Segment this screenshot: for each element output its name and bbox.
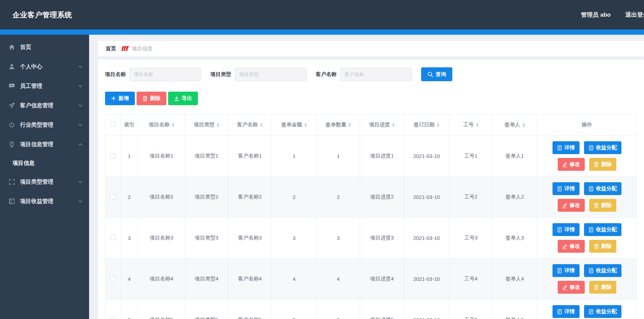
detail-row-button[interactable]: 详情 <box>552 305 580 318</box>
sort-icon[interactable] <box>217 123 219 127</box>
row-button-label: 删除 <box>601 161 612 168</box>
column-header-type[interactable]: 项目类型 <box>185 114 228 136</box>
column-label: 项目进度 <box>369 121 390 128</box>
profit-row-button[interactable]: 收益分配 <box>584 264 621 277</box>
sidebar-item-客户信息管理[interactable]: 客户信息管理 <box>0 96 89 115</box>
column-header-name[interactable]: 项目名称 <box>138 114 185 136</box>
sort-icon[interactable] <box>476 123 479 127</box>
cell-customer: 客户名称1 <box>228 136 272 177</box>
sidebar-item-首页[interactable]: 首页 <box>0 37 89 57</box>
profit-row-button[interactable]: 收益分配 <box>584 223 621 236</box>
sidebar-item-行业类型管理[interactable]: 行业类型管理 <box>0 115 89 135</box>
sort-icon[interactable] <box>260 123 263 127</box>
row-checkbox[interactable] <box>110 235 115 240</box>
document-icon <box>557 145 562 151</box>
cell-type: 项目类型1 <box>185 136 228 177</box>
column-header-worker[interactable]: 工号 <box>449 114 493 136</box>
edit-icon <box>562 203 567 208</box>
table-row: 5项目名称5项目类型5客户名称555项目进度52021-03-10工号5签单人5… <box>105 300 637 319</box>
cell-signer: 签单人2 <box>493 177 537 218</box>
sort-icon[interactable] <box>348 123 351 127</box>
trash-icon <box>142 96 148 101</box>
logout-link[interactable]: 退出登录 <box>625 11 644 19</box>
profit-row-button[interactable]: 收益分配 <box>584 141 621 154</box>
sidebar-item-项目类型管理[interactable]: 项目类型管理 <box>0 172 89 192</box>
data-table-wrap: 索引项目名称项目类型客户名称签单金额签单数量项目进度签订日期工号签单人操作1项目… <box>105 114 637 319</box>
header-accent-bar <box>0 30 644 35</box>
sort-icon[interactable] <box>522 123 525 127</box>
admin-user-link[interactable]: 管理员 abo <box>581 11 611 19</box>
row-checkbox[interactable] <box>110 317 115 319</box>
sidebar-item-个人中心[interactable]: 个人中心 <box>0 57 89 76</box>
add-button[interactable]: 新增 <box>105 92 135 105</box>
delete-row-button[interactable]: 删除 <box>589 281 616 294</box>
sort-icon[interactable] <box>437 123 440 127</box>
edit-row-button[interactable]: 修改 <box>558 158 585 171</box>
table-row: 2项目名称2项目类型2客户名称222项目进度22021-03-10工号2签单人2… <box>105 177 637 218</box>
search-button[interactable]: 查询 <box>421 67 452 81</box>
profit-row-button[interactable]: 收益分配 <box>584 182 621 195</box>
row-checkbox[interactable] <box>110 153 115 158</box>
breadcrumb-home-link[interactable]: 首页 <box>106 45 116 52</box>
sort-icon[interactable] <box>172 123 174 127</box>
chevron-down-icon <box>78 103 83 108</box>
column-header-signer[interactable]: 签单人 <box>493 114 537 136</box>
column-label: 签单数量 <box>325 121 346 128</box>
delete-row-button[interactable]: 删除 <box>589 240 616 253</box>
cell-signer: 签单人5 <box>493 300 537 319</box>
column-header-progress[interactable]: 项目进度 <box>360 114 404 136</box>
delete-button-label: 删除 <box>150 95 160 102</box>
search-input-name[interactable] <box>129 68 201 81</box>
sidebar-item-label: 项目类型管理 <box>20 178 53 186</box>
download-icon <box>174 96 179 101</box>
column-label: 项目类型 <box>194 121 215 128</box>
sidebar-item-员工管理[interactable]: 员工管理 <box>0 76 89 96</box>
sort-icon[interactable] <box>392 123 395 127</box>
row-button-label: 收益分配 <box>596 185 617 192</box>
detail-row-button[interactable]: 详情 <box>552 223 580 236</box>
toolbar: 新增 删除 导出 <box>105 92 637 105</box>
document-icon <box>557 309 562 314</box>
sort-icon[interactable] <box>304 123 307 127</box>
cell-amount: 1 <box>272 136 317 177</box>
row-checkbox[interactable] <box>110 194 115 199</box>
delete-row-button[interactable]: 删除 <box>589 158 616 171</box>
detail-row-button[interactable]: 详情 <box>552 182 580 195</box>
column-header-index: 索引 <box>121 114 138 136</box>
export-button[interactable]: 导出 <box>168 92 198 105</box>
edit-row-button[interactable]: 修改 <box>558 240 585 253</box>
profit-row-button[interactable]: 收益分配 <box>584 305 621 318</box>
detail-row-button[interactable]: 详情 <box>552 264 580 277</box>
search-input-customer[interactable] <box>340 68 412 81</box>
column-label: 项目名称 <box>149 121 169 128</box>
document-icon <box>557 186 562 192</box>
add-button-label: 新增 <box>119 95 129 102</box>
column-header-quantity[interactable]: 签单数量 <box>317 114 360 136</box>
detail-row-button[interactable]: 详情 <box>552 141 580 154</box>
sidebar-subitem-项目信息[interactable]: 项目信息 <box>0 154 89 172</box>
sidebar-item-label: 行业类型管理 <box>20 121 53 129</box>
chevron-down-icon <box>78 123 83 127</box>
edit-row-button[interactable]: 修改 <box>558 281 585 294</box>
content-card: 项目名称项目类型客户名称查询 新增 删除 导出 <box>98 60 644 319</box>
sidebar-item-label: 项目收益管理 <box>20 198 53 205</box>
column-header-amount[interactable]: 签单金额 <box>272 114 317 136</box>
column-header-customer[interactable]: 客户名称 <box>228 114 272 136</box>
column-label: 索引 <box>124 121 134 128</box>
cell-worker: 工号5 <box>449 300 493 319</box>
sidebar-item-项目信息管理[interactable]: 项目信息管理 <box>0 135 89 154</box>
chevron-down-icon <box>78 179 83 184</box>
sidebar-item-项目收益管理[interactable]: 项目收益管理 <box>0 192 89 211</box>
row-button-label: 详情 <box>565 226 575 233</box>
column-header-date[interactable]: 签订日期 <box>404 114 449 136</box>
table-row: 3项目名称3项目类型3客户名称333项目进度32021-03-10工号3签单人3… <box>105 218 637 259</box>
delete-button[interactable]: 删除 <box>137 92 166 105</box>
cell-progress: 项目进度1 <box>360 136 404 177</box>
delete-row-button[interactable]: 删除 <box>589 199 616 212</box>
row-button-label: 修改 <box>570 202 580 209</box>
select-all-checkbox[interactable] <box>110 122 115 127</box>
edit-row-button[interactable]: 修改 <box>558 199 585 212</box>
row-button-label: 收益分配 <box>596 308 617 315</box>
row-checkbox[interactable] <box>110 276 115 281</box>
search-input-type[interactable] <box>235 68 307 81</box>
